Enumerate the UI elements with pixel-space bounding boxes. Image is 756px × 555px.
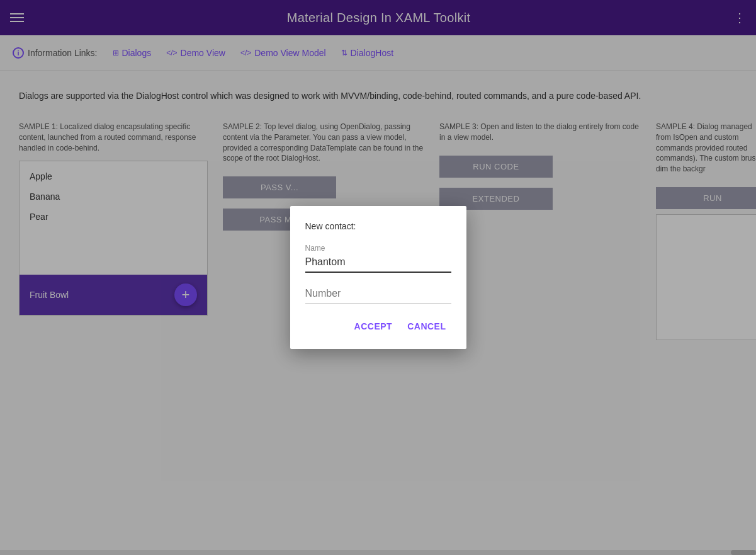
cancel-button[interactable]: CANCEL — [402, 316, 451, 336]
new-contact-dialog: New contact: Name ACCEPT CANCEL — [290, 206, 466, 349]
accept-button[interactable]: ACCEPT — [349, 316, 398, 336]
number-field — [305, 285, 451, 304]
name-field-label: Name — [305, 244, 451, 253]
number-input[interactable] — [305, 285, 451, 304]
dialog-overlay: New contact: Name ACCEPT CANCEL — [0, 0, 756, 555]
name-input[interactable] — [305, 254, 451, 273]
dialog-title: New contact: — [305, 221, 451, 231]
name-field: Name — [305, 244, 451, 273]
dialog-actions: ACCEPT CANCEL — [305, 316, 451, 336]
